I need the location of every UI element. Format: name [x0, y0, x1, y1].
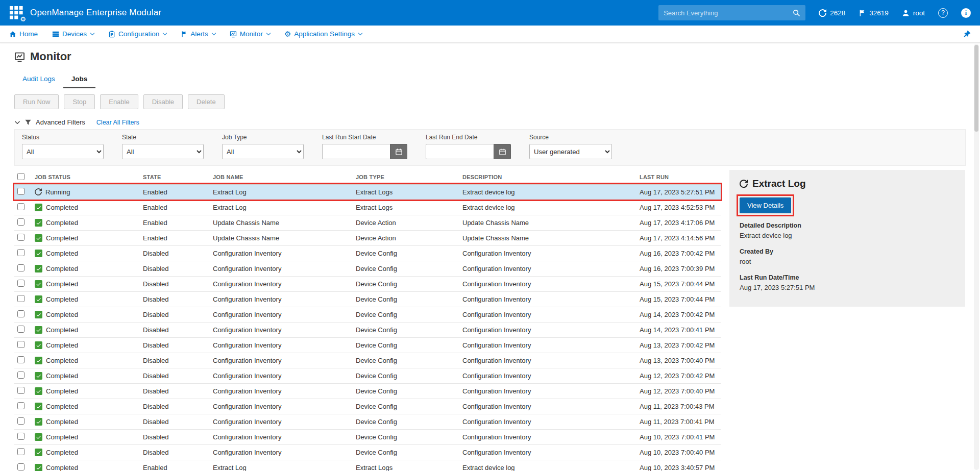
info-icon[interactable]: i	[961, 8, 971, 18]
calendar-button[interactable]	[494, 144, 511, 159]
job-type-text: Extract Logs	[354, 460, 460, 471]
detail-field: Created By root	[740, 248, 955, 265]
table-row[interactable]: Completed Disabled Configuration Invento…	[14, 399, 721, 414]
row-checkbox[interactable]	[17, 326, 24, 333]
table-row[interactable]: Completed Disabled Configuration Invento…	[14, 368, 721, 383]
row-checkbox[interactable]	[17, 463, 24, 470]
column-header-state[interactable]: STATE	[141, 170, 211, 184]
column-header-job-type[interactable]: JOB TYPE	[354, 170, 460, 184]
table-row[interactable]: Completed Disabled Configuration Invento…	[14, 444, 721, 460]
row-checkbox[interactable]	[17, 249, 24, 256]
run-now-button[interactable]: Run Now	[14, 94, 59, 109]
table-row[interactable]: Completed Disabled Configuration Invento…	[14, 337, 721, 353]
column-header-description[interactable]: DESCRIPTION	[460, 170, 638, 184]
row-checkbox[interactable]	[17, 448, 24, 455]
select-all-checkbox[interactable]	[17, 173, 24, 180]
view-details-button[interactable]: View Details	[740, 197, 791, 213]
detail-label: Detailed Description	[740, 222, 955, 229]
column-header-job-status[interactable]: JOB STATUS	[33, 170, 141, 184]
row-checkbox[interactable]	[17, 417, 24, 425]
row-checkbox[interactable]	[17, 234, 24, 241]
row-checkbox[interactable]	[17, 387, 24, 394]
advanced-filters-label[interactable]: Advanced Filters	[36, 118, 85, 126]
row-checkbox[interactable]	[17, 264, 24, 271]
table-row[interactable]: Completed Disabled Configuration Invento…	[14, 383, 721, 399]
last-run-start-date-input[interactable]	[322, 144, 390, 159]
row-checkbox[interactable]	[17, 356, 24, 363]
row-checkbox[interactable]	[17, 203, 24, 210]
enable-button[interactable]: Enable	[100, 94, 138, 109]
job-type-filter-select[interactable]: All	[222, 144, 304, 159]
search-input[interactable]	[664, 9, 793, 17]
last-run-text: Aug 17, 2023 4:14:56 PM	[638, 230, 721, 245]
job-name-text: Extract Log	[211, 200, 354, 215]
tab-audit-logs[interactable]: Audit Logs	[14, 70, 63, 88]
nav-item-devices[interactable]: Devices	[52, 30, 94, 38]
table-row[interactable]: Completed Disabled Configuration Invento…	[14, 291, 721, 307]
row-checkbox[interactable]	[17, 402, 24, 409]
jobs-indicator[interactable]: 2628	[819, 9, 845, 17]
row-checkbox[interactable]	[17, 341, 24, 348]
state-filter-select[interactable]: All	[122, 144, 204, 159]
collapse-chevron-icon[interactable]	[14, 119, 20, 126]
stop-button[interactable]: Stop	[64, 94, 95, 109]
row-checkbox[interactable]	[17, 280, 24, 287]
table-row[interactable]: Completed Enabled Extract Log Extract Lo…	[14, 200, 721, 215]
disable-button[interactable]: Disable	[143, 94, 183, 109]
job-status-text: Completed	[46, 326, 78, 334]
clear-all-filters-link[interactable]: Clear All Filters	[96, 119, 139, 126]
vertical-scrollbar[interactable]	[974, 44, 979, 470]
job-type-text: Device Config	[354, 353, 460, 368]
row-checkbox[interactable]	[17, 310, 24, 317]
nav-item-home[interactable]: Home	[9, 30, 38, 38]
nav-item-alerts[interactable]: Alerts	[181, 30, 215, 38]
help-icon[interactable]: ?	[938, 8, 948, 18]
alerts-indicator[interactable]: 32619	[859, 9, 889, 17]
column-header-job-name[interactable]: JOB NAME	[211, 170, 354, 184]
delete-button[interactable]: Delete	[188, 94, 225, 109]
table-row[interactable]: Completed Disabled Configuration Invento…	[14, 307, 721, 322]
nav-item-monitor[interactable]: Monitor	[230, 30, 270, 38]
row-checkbox[interactable]	[17, 188, 24, 195]
table-row[interactable]: Completed Disabled Configuration Invento…	[14, 429, 721, 444]
table-row[interactable]: Completed Disabled Configuration Invento…	[14, 245, 721, 261]
completed-check-icon	[35, 234, 42, 242]
table-row[interactable]: Completed Disabled Configuration Invento…	[14, 322, 721, 337]
nav-item-application-settings[interactable]: ⚙ Application Settings	[284, 30, 362, 38]
row-checkbox[interactable]	[17, 371, 24, 379]
table-row[interactable]: Running Enabled Extract Log Extract Logs…	[14, 184, 721, 200]
table-row[interactable]: Completed Disabled Configuration Invento…	[14, 353, 721, 368]
completed-check-icon	[35, 449, 42, 456]
row-checkbox[interactable]	[17, 433, 24, 440]
job-status-text: Completed	[46, 234, 78, 242]
table-row[interactable]: Completed Disabled Configuration Invento…	[14, 414, 721, 429]
page-title: Monitor	[14, 50, 966, 63]
description-text: Configuration Inventory	[460, 337, 638, 353]
tab-jobs[interactable]: Jobs	[63, 70, 96, 88]
devices-icon	[52, 31, 59, 38]
pin-menu-icon[interactable]	[963, 30, 971, 38]
status-filter-select[interactable]: All	[22, 144, 104, 159]
main-area: JOB STATUS STATE JOB NAME JOB TYPE DESCR…	[14, 170, 966, 471]
gear-icon: ⚙	[20, 16, 26, 22]
state-text: Disabled	[141, 291, 211, 307]
table-row[interactable]: Completed Disabled Configuration Invento…	[14, 261, 721, 276]
description-text: Update Chassis Name	[460, 215, 638, 230]
table-row[interactable]: Completed Enabled Update Chassis Name De…	[14, 230, 721, 245]
nav-item-configuration[interactable]: Configuration	[108, 30, 166, 38]
user-menu[interactable]: root	[902, 9, 925, 17]
column-header-last-run[interactable]: LAST RUN	[638, 170, 721, 184]
row-checkbox[interactable]	[17, 295, 24, 302]
row-checkbox[interactable]	[17, 218, 24, 226]
last-run-end-date-input[interactable]	[426, 144, 494, 159]
source-filter-select[interactable]: User generated	[529, 144, 612, 159]
calendar-button[interactable]	[390, 144, 407, 159]
search-icon[interactable]	[793, 9, 800, 17]
table-row[interactable]: Completed Enabled Extract Log Extract Lo…	[14, 460, 721, 471]
table-row[interactable]: Completed Enabled Update Chassis Name De…	[14, 215, 721, 230]
details-title-text: Extract Log	[752, 178, 806, 189]
scrollbar-thumb[interactable]	[974, 45, 978, 132]
table-row[interactable]: Completed Disabled Configuration Invento…	[14, 276, 721, 291]
global-search[interactable]	[658, 5, 805, 20]
job-status-text: Completed	[46, 433, 78, 441]
